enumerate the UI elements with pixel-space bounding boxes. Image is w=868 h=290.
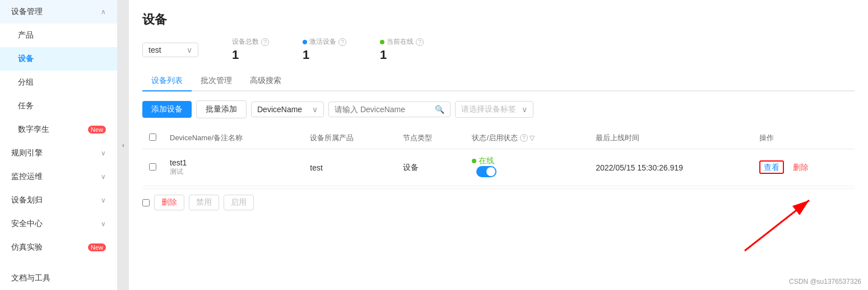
total-help-icon[interactable]: ?	[261, 38, 269, 46]
active-help-icon[interactable]: ?	[338, 38, 346, 46]
sidebar-item-label: 任务	[18, 101, 34, 111]
device-toolbar: 添加设备 批量添加 DeviceName ∨ 🔍 请选择设备标签 ∨	[142, 100, 855, 118]
sidebar: 设备管理 ∧ 产品 设备 分组 任务 数字孪生 New 规则引擎 ∨ 监控运维 …	[0, 0, 118, 290]
total-value: 1	[232, 48, 269, 62]
sidebar-item-label: 仿真实验	[11, 242, 43, 252]
total-devices-stat: 设备总数 ? 1	[232, 37, 269, 62]
last-online-cell: 2022/05/15 15:30:26.919	[589, 149, 753, 186]
col-node-type: 节点类型	[396, 127, 465, 149]
delete-button[interactable]: 删除	[793, 163, 809, 172]
tag-select-placeholder: 请选择设备标签	[461, 104, 516, 114]
sidebar-item-rule-engine[interactable]: 规则引擎 ∨	[0, 141, 117, 165]
view-button[interactable]: 查看	[759, 160, 784, 174]
col-product: 设备所属产品	[303, 127, 396, 149]
row-checkbox[interactable]	[149, 163, 156, 171]
active-label: 激活设备 ?	[303, 37, 346, 47]
sidebar-item-group[interactable]: 分组	[0, 71, 117, 94]
sidebar-item-task[interactable]: 任务	[0, 94, 117, 118]
tag-select-chevron-icon: ∨	[522, 105, 527, 114]
table-footer: 删除 禁用 启用	[142, 188, 855, 216]
actions-cell: 查看 删除	[753, 149, 855, 186]
online-devices-stat: 当前在线 ? 1	[380, 37, 424, 62]
field-select-chevron-icon: ∨	[312, 105, 318, 114]
footer-checkbox[interactable]	[142, 199, 150, 206]
watermark: CSDN @su1376537326	[789, 278, 861, 286]
sidebar-item-security-center[interactable]: 安全中心 ∨	[0, 212, 117, 236]
total-label: 设备总数 ?	[232, 37, 269, 47]
product-cell: test	[303, 149, 396, 186]
sidebar-item-label: 安全中心	[11, 219, 43, 229]
sidebar-collapse-button[interactable]: ‹	[118, 0, 129, 290]
status-help-icon[interactable]: ?	[520, 134, 528, 142]
active-value: 1	[303, 48, 346, 62]
select-all-checkbox[interactable]	[149, 134, 156, 141]
status-online: 在线	[472, 156, 582, 166]
active-devices-stat: 激活设备 ? 1	[303, 37, 346, 62]
tab-device-list[interactable]: 设备列表	[142, 71, 192, 91]
sidebar-item-label: 文档与工具	[11, 273, 50, 283]
sidebar-item-label: 设备	[18, 54, 34, 64]
disable-selected-button: 禁用	[189, 195, 219, 210]
active-dot-icon	[303, 40, 307, 44]
batch-add-button[interactable]: 批量添加	[196, 100, 247, 118]
new-badge: New	[88, 126, 106, 134]
tab-advanced-search[interactable]: 高级搜索	[241, 71, 290, 91]
sidebar-item-label: 设备管理	[11, 7, 43, 17]
stats-row: test ∨ 设备总数 ? 1 激活设备 ? 1	[142, 37, 855, 62]
col-device-name: DeviceName/备注名称	[163, 127, 303, 149]
chevron-down-icon: ∨	[101, 149, 106, 157]
node-type-cell: 设备	[396, 149, 465, 186]
chevron-down-icon: ∨	[101, 196, 106, 204]
device-name-remark: 测试	[170, 167, 296, 177]
sidebar-item-monitor-ops[interactable]: 监控运维 ∨	[0, 165, 117, 188]
online-status-dot-icon	[472, 159, 476, 163]
sidebar-item-digital-student[interactable]: 数字孪生 New	[0, 118, 117, 141]
page-content: 设备 test ∨ 设备总数 ? 1 激活设备 ? 1	[129, 0, 868, 290]
chevron-down-icon: ∨	[101, 173, 106, 181]
tab-batch-manage[interactable]: 批次管理	[192, 71, 241, 91]
filter-icon[interactable]: ▽	[530, 134, 535, 142]
online-dot-icon	[380, 40, 384, 44]
sidebar-item-label: 规则引擎	[11, 148, 43, 158]
device-table: DeviceName/备注名称 设备所属产品 节点类型 状态/启用状态 ? ▽ …	[142, 127, 855, 186]
sidebar-item-device-management[interactable]: 设备管理 ∧	[0, 0, 117, 24]
page-title: 设备	[142, 11, 855, 28]
sidebar-item-device-archive[interactable]: 设备划归 ∨	[0, 188, 117, 212]
collapse-icon: ‹	[122, 141, 124, 149]
status-cell: 在线	[465, 149, 589, 186]
sidebar-item-label: 数字孪生	[18, 125, 49, 135]
product-dropdown[interactable]: test ∨	[142, 43, 198, 57]
device-name-main: test1	[170, 158, 296, 167]
dropdown-chevron-icon: ∨	[187, 45, 192, 54]
product-dropdown-value: test	[148, 45, 161, 54]
device-name-cell: test1 测试	[163, 149, 303, 186]
field-select[interactable]: DeviceName ∨	[251, 102, 324, 117]
chevron-down-icon: ∨	[101, 220, 106, 228]
field-select-value: DeviceName	[257, 105, 302, 114]
col-actions: 操作	[753, 127, 855, 149]
online-value: 1	[380, 48, 424, 62]
sidebar-item-product[interactable]: 产品	[0, 24, 117, 47]
search-icon: 🔍	[435, 105, 444, 114]
add-device-button[interactable]: 添加设备	[142, 101, 192, 118]
search-input[interactable]	[335, 105, 433, 114]
status-text: 在线	[479, 156, 494, 166]
col-status: 状态/启用状态 ? ▽	[465, 127, 589, 149]
chevron-up-icon: ∧	[101, 8, 106, 16]
device-search-box[interactable]: 🔍	[328, 102, 451, 117]
sidebar-item-label: 设备划归	[11, 195, 43, 205]
enable-toggle[interactable]	[476, 166, 496, 177]
online-help-icon[interactable]: ?	[416, 38, 424, 46]
table-row: test1 测试 test 设备 在线 2022/05/15 15	[142, 149, 855, 186]
sidebar-item-sim-lab[interactable]: 仿真实验 New	[0, 236, 117, 259]
tag-select[interactable]: 请选择设备标签 ∨	[455, 101, 533, 118]
col-last-online: 最后上线时间	[589, 127, 753, 149]
sidebar-item-docs-tools[interactable]: 文档与工具	[0, 266, 117, 290]
sidebar-item-label: 产品	[18, 30, 34, 40]
delete-selected-button[interactable]: 删除	[154, 195, 184, 210]
sidebar-item-label: 分组	[18, 77, 34, 88]
tabs-bar: 设备列表 批次管理 高级搜索	[142, 71, 855, 91]
sidebar-item-label: 监控运维	[11, 172, 43, 182]
sidebar-item-device[interactable]: 设备	[0, 47, 117, 71]
main-content-area: 设备 test ∨ 设备总数 ? 1 激活设备 ? 1	[129, 0, 868, 290]
